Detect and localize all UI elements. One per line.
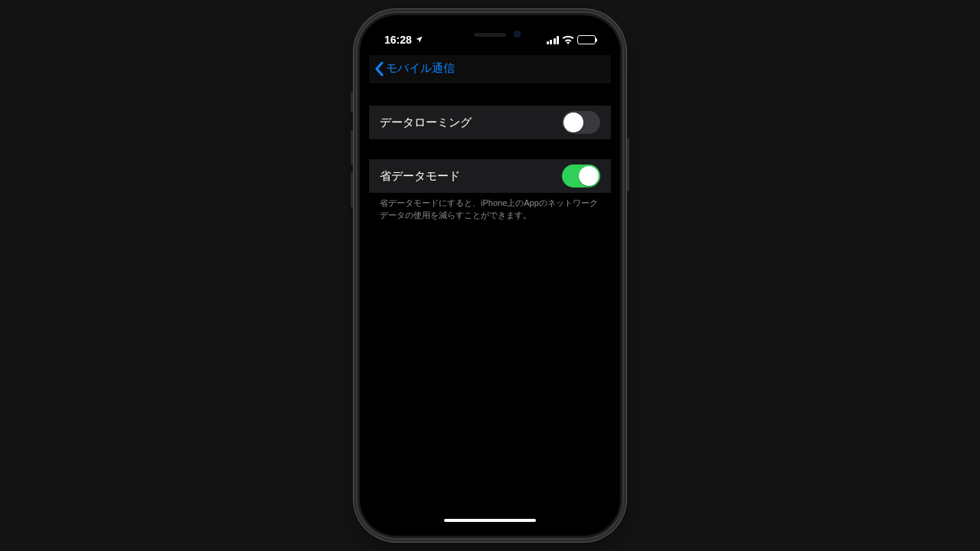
chevron-left-icon (374, 61, 384, 77)
mute-switch (351, 92, 353, 112)
status-time: 16:28 (384, 34, 412, 46)
data-roaming-toggle[interactable] (562, 111, 600, 134)
battery-icon (577, 35, 596, 44)
phone-frame: 16:28 (360, 15, 620, 536)
data-roaming-label: データローミング (380, 116, 472, 130)
low-data-mode-toggle[interactable] (562, 165, 600, 187)
speaker (474, 33, 506, 37)
front-camera (514, 31, 521, 37)
volume-up-button (351, 130, 353, 165)
screen: 16:28 (369, 24, 611, 527)
low-data-mode-footer: 省データモードにすると、iPhone上のAppのネットワークデータの使用を減らす… (369, 193, 611, 222)
back-label: モバイル通信 (386, 61, 455, 76)
nav-bar: モバイル通信 (369, 55, 611, 83)
data-roaming-cell[interactable]: データローミング (369, 106, 611, 139)
notch (429, 24, 551, 44)
location-icon (415, 34, 423, 46)
low-data-mode-cell[interactable]: 省データモード (369, 159, 611, 193)
settings-content: データローミング 省データモード 省データモードにすると、iPhone上のApp… (369, 83, 611, 527)
home-indicator[interactable] (444, 519, 536, 522)
back-button[interactable]: モバイル通信 (374, 61, 455, 77)
wifi-icon (562, 35, 574, 44)
volume-down-button (351, 172, 353, 207)
low-data-mode-label: 省データモード (380, 169, 460, 184)
side-button (627, 138, 629, 191)
